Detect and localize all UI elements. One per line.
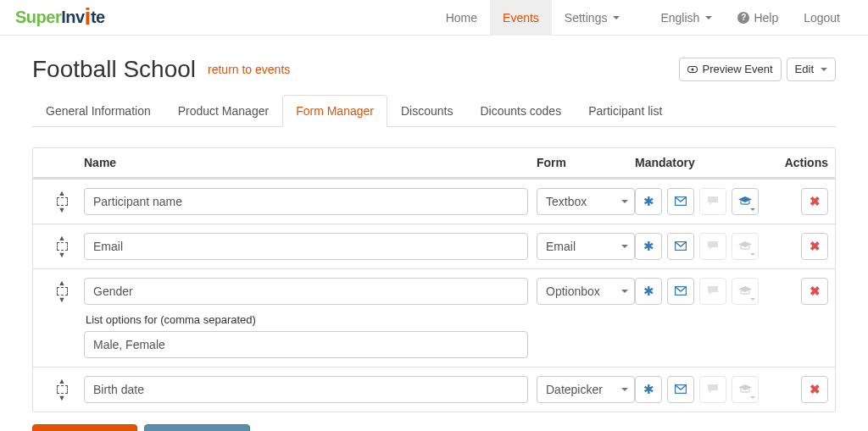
field-name-input[interactable] bbox=[84, 278, 528, 305]
asterisk-icon: ✱ bbox=[643, 239, 654, 254]
required-toggle[interactable]: ✱ bbox=[635, 188, 662, 215]
chevron-down-icon bbox=[750, 298, 755, 301]
envelope-icon bbox=[675, 285, 687, 298]
drag-handle[interactable]: ▲▼ bbox=[52, 235, 72, 258]
tabs: General Information Product Manager Form… bbox=[32, 95, 836, 127]
field-type-select[interactable]: Textbox bbox=[537, 188, 635, 215]
navbar: SuperInvite Home Events Settings English… bbox=[0, 0, 868, 36]
chevron-down-icon bbox=[821, 68, 827, 71]
delete-button[interactable]: ✖ bbox=[801, 188, 828, 215]
table-row: ▲▼ Email ✱ ✖ bbox=[33, 224, 835, 268]
close-icon: ✖ bbox=[810, 284, 821, 299]
brand-part3: te bbox=[91, 8, 105, 26]
tab-form-manager[interactable]: Form Manager bbox=[282, 95, 387, 127]
education-dropdown[interactable] bbox=[732, 233, 759, 260]
field-name-input[interactable] bbox=[84, 376, 528, 403]
speech-bubble-icon bbox=[707, 383, 719, 396]
add-new-field-button[interactable]: + Add new field bbox=[32, 424, 137, 431]
comment-toggle[interactable] bbox=[699, 233, 726, 260]
nav-logout[interactable]: Logout bbox=[791, 0, 853, 36]
main-container: Football School return to events Preview… bbox=[27, 36, 841, 431]
preview-event-button[interactable]: Preview Event bbox=[679, 58, 782, 81]
page-header: Football School return to events Preview… bbox=[32, 36, 836, 95]
table-row: ▲▼ Textbox ✱ ✖ bbox=[33, 179, 835, 224]
brand-part1: Super bbox=[15, 8, 61, 26]
required-toggle[interactable]: ✱ bbox=[635, 376, 662, 403]
required-toggle[interactable]: ✱ bbox=[635, 233, 662, 260]
speech-bubble-icon bbox=[707, 240, 719, 253]
field-type-select[interactable]: Datepicker bbox=[537, 376, 635, 403]
education-dropdown[interactable] bbox=[732, 376, 759, 403]
th-form: Form bbox=[537, 156, 635, 169]
table-row: ▲▼ Datepicker ✱ ✖ bbox=[33, 367, 835, 412]
field-type-select[interactable]: Optionbox bbox=[537, 278, 635, 305]
nav-home[interactable]: Home bbox=[433, 0, 490, 36]
action-bar: + Add new field Import Forms bbox=[32, 424, 836, 431]
brand-dot-icon: i bbox=[85, 3, 91, 30]
nav-events[interactable]: Events bbox=[490, 0, 552, 36]
required-toggle[interactable]: ✱ bbox=[635, 278, 662, 305]
tab-product-manager[interactable]: Product Manager bbox=[164, 95, 282, 127]
chevron-down-icon bbox=[613, 16, 620, 19]
th-actions: Actions bbox=[776, 156, 828, 169]
options-label: List options for (comma separated) bbox=[86, 313, 528, 326]
speech-bubble-icon bbox=[707, 195, 719, 208]
header-actions: Preview Event Edit bbox=[679, 58, 837, 81]
chevron-down-icon bbox=[750, 253, 755, 256]
drag-handle[interactable]: ▲▼ bbox=[52, 279, 72, 303]
email-toggle[interactable] bbox=[667, 376, 694, 403]
th-mandatory: Mandatory bbox=[635, 156, 776, 169]
table-header: Name Form Mandatory Actions bbox=[33, 148, 835, 179]
page-title: Football School bbox=[32, 56, 196, 83]
delete-button[interactable]: ✖ bbox=[801, 233, 828, 260]
graduation-cap-icon bbox=[738, 383, 752, 396]
drag-handle[interactable]: ▲▼ bbox=[52, 190, 72, 213]
chevron-down-icon bbox=[705, 16, 712, 19]
drag-handle[interactable]: ▲▼ bbox=[52, 378, 72, 401]
chevron-down-icon bbox=[750, 208, 755, 211]
delete-button[interactable]: ✖ bbox=[801, 376, 828, 403]
brand-logo[interactable]: SuperInvite bbox=[15, 8, 105, 27]
th-name: Name bbox=[84, 156, 537, 169]
close-icon: ✖ bbox=[810, 382, 821, 397]
tab-discount-codes[interactable]: Dicounts codes bbox=[466, 95, 575, 127]
education-dropdown[interactable] bbox=[732, 188, 759, 215]
delete-button[interactable]: ✖ bbox=[801, 278, 828, 305]
tab-participant-list[interactable]: Participant list bbox=[575, 95, 676, 127]
import-forms-button[interactable]: Import Forms bbox=[144, 424, 250, 431]
comment-toggle[interactable] bbox=[699, 188, 726, 215]
close-icon: ✖ bbox=[810, 194, 821, 209]
envelope-icon bbox=[675, 240, 687, 253]
chevron-down-icon bbox=[750, 396, 755, 399]
tab-discounts[interactable]: Discounts bbox=[387, 95, 466, 127]
speech-bubble-icon bbox=[707, 285, 719, 298]
asterisk-icon: ✱ bbox=[643, 284, 654, 299]
brand-part2: Inv bbox=[61, 8, 84, 26]
comment-toggle[interactable] bbox=[699, 278, 726, 305]
field-options-input[interactable] bbox=[84, 331, 528, 358]
comment-toggle[interactable] bbox=[699, 376, 726, 403]
email-toggle[interactable] bbox=[667, 278, 694, 305]
edit-dropdown-button[interactable]: Edit bbox=[787, 58, 836, 81]
tab-general-information[interactable]: General Information bbox=[32, 95, 164, 127]
field-name-input[interactable] bbox=[84, 188, 528, 215]
return-link[interactable]: return to events bbox=[208, 63, 290, 76]
form-fields-table: Name Form Mandatory Actions ▲▼ Textbox ✱… bbox=[32, 147, 836, 412]
table-row: ▲▼ List options for (comma separated) Op… bbox=[33, 268, 835, 367]
field-type-select[interactable]: Email bbox=[537, 233, 635, 260]
nav-help[interactable]: ?Help bbox=[725, 0, 791, 36]
graduation-cap-icon bbox=[738, 240, 752, 253]
nav-settings[interactable]: Settings bbox=[552, 0, 633, 36]
envelope-icon bbox=[675, 195, 687, 208]
envelope-icon bbox=[675, 383, 687, 396]
graduation-cap-icon bbox=[738, 285, 752, 298]
asterisk-icon: ✱ bbox=[643, 382, 654, 397]
education-dropdown[interactable] bbox=[732, 278, 759, 305]
email-toggle[interactable] bbox=[667, 233, 694, 260]
nav-language[interactable]: English bbox=[648, 0, 725, 36]
email-toggle[interactable] bbox=[667, 188, 694, 215]
nav-list: Home Events Settings English ?Help Logou… bbox=[433, 0, 853, 36]
help-icon: ? bbox=[737, 12, 749, 24]
close-icon: ✖ bbox=[810, 239, 821, 254]
field-name-input[interactable] bbox=[84, 233, 528, 260]
